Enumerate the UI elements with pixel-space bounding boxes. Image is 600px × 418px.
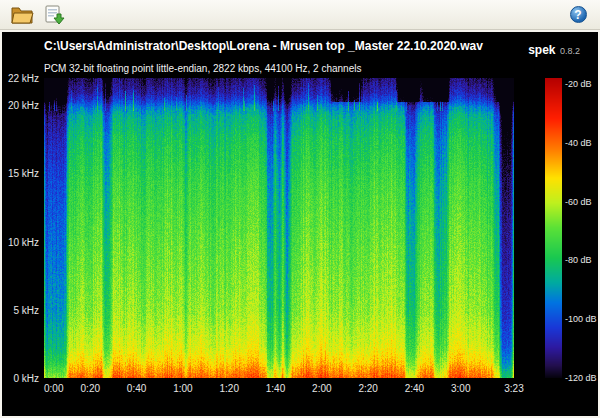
y-axis-tick-label: 20 kHz — [2, 100, 39, 111]
db-axis-tick-label: -40 dB — [565, 138, 592, 148]
folder-open-icon — [10, 4, 34, 26]
spectrogram-panel: C:\Users\Administrator\Desktop\Lorena - … — [0, 30, 600, 418]
db-axis-tick-label: -20 dB — [565, 79, 592, 89]
save-button[interactable] — [40, 2, 68, 28]
x-axis-tick-label: 1:20 — [219, 383, 238, 394]
db-axis-tick-label: -120 dB — [565, 373, 597, 383]
x-axis-tick-label: 2:40 — [405, 383, 424, 394]
legend-canvas — [545, 78, 562, 378]
x-axis-tick-label: 1:00 — [173, 383, 192, 394]
db-axis-tick-label: -60 dB — [565, 197, 592, 207]
x-axis-tick-label: 0:00 — [44, 383, 63, 394]
x-axis-tick-label: 0:20 — [81, 383, 100, 394]
x-axis-tick-label: 2:20 — [358, 383, 377, 394]
y-axis-tick-label: 0 kHz — [2, 373, 39, 384]
spek-window: ? C:\Users\Administrator\Desktop\Lorena … — [0, 0, 600, 418]
x-axis-tick-label: 1:40 — [266, 383, 285, 394]
spectrogram-canvas — [44, 78, 514, 378]
toolbar: ? — [0, 0, 600, 30]
x-axis-tick-label: 3:23 — [504, 383, 523, 394]
help-button[interactable]: ? — [564, 2, 592, 28]
save-icon — [43, 5, 65, 25]
help-icon: ? — [570, 6, 587, 23]
db-axis-tick-label: -100 dB — [565, 314, 597, 324]
stream-info: PCM 32-bit floating point little-endian,… — [44, 63, 361, 74]
app-version: 0.8.2 — [560, 46, 580, 56]
x-axis-tick-label: 0:40 — [127, 383, 146, 394]
y-axis-tick-label: 5 kHz — [2, 304, 39, 315]
x-axis-tick-label: 3:00 — [451, 383, 470, 394]
db-axis-tick-label: -80 dB — [565, 255, 592, 265]
x-axis-tick-label: 2:00 — [312, 383, 331, 394]
y-axis-tick-label: 15 kHz — [2, 168, 39, 179]
y-axis-tick-label: 10 kHz — [2, 236, 39, 247]
y-axis-tick-label: 22 kHz — [2, 73, 39, 84]
app-brand: spek 0.8.2 — [528, 40, 580, 58]
file-path: C:\Users\Administrator\Desktop\Lorena - … — [44, 39, 483, 53]
app-name: spek — [528, 43, 555, 57]
open-button[interactable] — [8, 2, 36, 28]
